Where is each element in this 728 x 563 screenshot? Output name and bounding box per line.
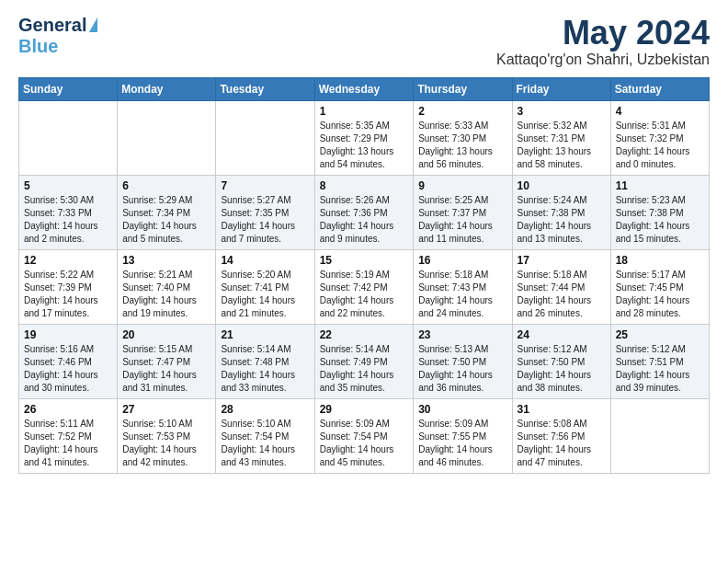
day-number: 17: [518, 254, 606, 267]
day-number: 2: [418, 105, 506, 118]
day-info: Sunrise: 5:14 AM Sunset: 7:49 PM Dayligh…: [320, 343, 409, 395]
calendar-header-thursday: Thursday: [414, 77, 512, 100]
day-info: Sunrise: 5:12 AM Sunset: 7:50 PM Dayligh…: [518, 343, 606, 395]
calendar-cell-1-4: 9Sunrise: 5:25 AM Sunset: 7:37 PM Daylig…: [414, 175, 512, 249]
calendar-cell-0-3: 1Sunrise: 5:35 AM Sunset: 7:29 PM Daylig…: [314, 100, 414, 175]
calendar-cell-1-3: 8Sunrise: 5:26 AM Sunset: 7:36 PM Daylig…: [314, 175, 414, 249]
day-info: Sunrise: 5:09 AM Sunset: 7:55 PM Dayligh…: [418, 418, 506, 469]
day-info: Sunrise: 5:29 AM Sunset: 7:34 PM Dayligh…: [122, 194, 210, 246]
day-number: 27: [122, 403, 210, 416]
calendar-week-4: 26Sunrise: 5:11 AM Sunset: 7:52 PM Dayli…: [19, 398, 710, 473]
title-block: May 2024 Kattaqo'rg'on Shahri, Uzbekista…: [496, 15, 710, 68]
day-info: Sunrise: 5:20 AM Sunset: 7:41 PM Dayligh…: [221, 269, 309, 320]
calendar-cell-0-2: [216, 100, 314, 175]
logo-blue: Blue: [18, 36, 58, 56]
day-info: Sunrise: 5:35 AM Sunset: 7:29 PM Dayligh…: [320, 120, 409, 171]
calendar-cell-2-3: 15Sunrise: 5:19 AM Sunset: 7:42 PM Dayli…: [314, 249, 414, 324]
calendar-header-row: SundayMondayTuesdayWednesdayThursdayFrid…: [19, 77, 710, 100]
calendar-cell-3-0: 19Sunrise: 5:16 AM Sunset: 7:46 PM Dayli…: [19, 324, 118, 398]
day-info: Sunrise: 5:18 AM Sunset: 7:43 PM Dayligh…: [418, 269, 506, 320]
calendar-cell-1-6: 11Sunrise: 5:23 AM Sunset: 7:38 PM Dayli…: [610, 175, 709, 249]
calendar-cell-3-5: 24Sunrise: 5:12 AM Sunset: 7:50 PM Dayli…: [512, 324, 610, 398]
logo-triangle-icon: [89, 17, 97, 32]
day-number: 20: [122, 328, 210, 341]
day-info: Sunrise: 5:31 AM Sunset: 7:32 PM Dayligh…: [616, 120, 704, 171]
day-info: Sunrise: 5:12 AM Sunset: 7:51 PM Dayligh…: [616, 343, 704, 395]
day-number: 29: [320, 403, 409, 416]
day-number: 8: [320, 179, 409, 192]
calendar-week-2: 12Sunrise: 5:22 AM Sunset: 7:39 PM Dayli…: [19, 249, 710, 324]
calendar-cell-0-5: 3Sunrise: 5:32 AM Sunset: 7:31 PM Daylig…: [512, 100, 610, 175]
day-number: 22: [320, 328, 409, 341]
calendar: SundayMondayTuesdayWednesdayThursdayFrid…: [18, 77, 710, 474]
day-info: Sunrise: 5:26 AM Sunset: 7:36 PM Dayligh…: [320, 194, 409, 246]
day-number: 30: [418, 403, 506, 416]
day-number: 5: [24, 179, 112, 192]
day-number: 24: [518, 328, 606, 341]
calendar-cell-2-0: 12Sunrise: 5:22 AM Sunset: 7:39 PM Dayli…: [19, 249, 118, 324]
day-info: Sunrise: 5:08 AM Sunset: 7:56 PM Dayligh…: [518, 418, 606, 469]
calendar-cell-2-5: 17Sunrise: 5:18 AM Sunset: 7:44 PM Dayli…: [512, 249, 610, 324]
day-info: Sunrise: 5:19 AM Sunset: 7:42 PM Dayligh…: [320, 269, 409, 320]
calendar-cell-4-4: 30Sunrise: 5:09 AM Sunset: 7:55 PM Dayli…: [414, 398, 512, 473]
day-number: 26: [24, 403, 112, 416]
day-number: 1: [320, 105, 409, 118]
calendar-cell-2-4: 16Sunrise: 5:18 AM Sunset: 7:43 PM Dayli…: [414, 249, 512, 324]
day-info: Sunrise: 5:32 AM Sunset: 7:31 PM Dayligh…: [518, 120, 606, 171]
calendar-cell-3-6: 25Sunrise: 5:12 AM Sunset: 7:51 PM Dayli…: [610, 324, 709, 398]
day-number: 21: [221, 328, 309, 341]
month-title: May 2024: [496, 15, 710, 52]
day-number: 7: [221, 179, 309, 192]
day-info: Sunrise: 5:13 AM Sunset: 7:50 PM Dayligh…: [418, 343, 506, 395]
day-info: Sunrise: 5:23 AM Sunset: 7:38 PM Dayligh…: [616, 194, 704, 246]
calendar-cell-2-2: 14Sunrise: 5:20 AM Sunset: 7:41 PM Dayli…: [216, 249, 314, 324]
calendar-cell-3-4: 23Sunrise: 5:13 AM Sunset: 7:50 PM Dayli…: [414, 324, 512, 398]
calendar-header-monday: Monday: [118, 77, 216, 100]
header: General Blue May 2024 Kattaqo'rg'on Shah…: [18, 15, 710, 68]
day-number: 9: [418, 179, 506, 192]
day-number: 28: [221, 403, 309, 416]
day-info: Sunrise: 5:16 AM Sunset: 7:46 PM Dayligh…: [24, 343, 112, 395]
calendar-cell-0-0: [19, 100, 118, 175]
day-info: Sunrise: 5:10 AM Sunset: 7:54 PM Dayligh…: [221, 418, 309, 469]
day-number: 4: [616, 105, 704, 118]
day-info: Sunrise: 5:14 AM Sunset: 7:48 PM Dayligh…: [221, 343, 309, 395]
page: General Blue May 2024 Kattaqo'rg'on Shah…: [0, 0, 728, 563]
day-info: Sunrise: 5:30 AM Sunset: 7:33 PM Dayligh…: [24, 194, 112, 246]
day-number: 3: [518, 105, 606, 118]
logo: General Blue: [18, 15, 97, 57]
calendar-cell-4-2: 28Sunrise: 5:10 AM Sunset: 7:54 PM Dayli…: [216, 398, 314, 473]
calendar-week-0: 1Sunrise: 5:35 AM Sunset: 7:29 PM Daylig…: [19, 100, 710, 175]
day-number: 23: [418, 328, 506, 341]
calendar-cell-1-5: 10Sunrise: 5:24 AM Sunset: 7:38 PM Dayli…: [512, 175, 610, 249]
calendar-cell-4-5: 31Sunrise: 5:08 AM Sunset: 7:56 PM Dayli…: [512, 398, 610, 473]
day-number: 16: [418, 254, 506, 267]
day-number: 18: [616, 254, 704, 267]
calendar-week-3: 19Sunrise: 5:16 AM Sunset: 7:46 PM Dayli…: [19, 324, 710, 398]
day-number: 12: [24, 254, 112, 267]
day-number: 15: [320, 254, 409, 267]
calendar-cell-0-4: 2Sunrise: 5:33 AM Sunset: 7:30 PM Daylig…: [414, 100, 512, 175]
calendar-cell-0-1: [118, 100, 216, 175]
calendar-week-1: 5Sunrise: 5:30 AM Sunset: 7:33 PM Daylig…: [19, 175, 710, 249]
calendar-header-saturday: Saturday: [610, 77, 709, 100]
day-number: 14: [221, 254, 309, 267]
calendar-header-tuesday: Tuesday: [216, 77, 314, 100]
day-info: Sunrise: 5:18 AM Sunset: 7:44 PM Dayligh…: [518, 269, 606, 320]
logo-general: General: [18, 15, 86, 36]
calendar-header-sunday: Sunday: [19, 77, 118, 100]
day-info: Sunrise: 5:10 AM Sunset: 7:53 PM Dayligh…: [122, 418, 210, 469]
day-info: Sunrise: 5:27 AM Sunset: 7:35 PM Dayligh…: [221, 194, 309, 246]
day-info: Sunrise: 5:11 AM Sunset: 7:52 PM Dayligh…: [24, 418, 112, 469]
calendar-cell-2-1: 13Sunrise: 5:21 AM Sunset: 7:40 PM Dayli…: [118, 249, 216, 324]
calendar-header-friday: Friday: [512, 77, 610, 100]
day-info: Sunrise: 5:25 AM Sunset: 7:37 PM Dayligh…: [418, 194, 506, 246]
calendar-cell-4-3: 29Sunrise: 5:09 AM Sunset: 7:54 PM Dayli…: [314, 398, 414, 473]
day-number: 19: [24, 328, 112, 341]
day-number: 11: [616, 179, 704, 192]
day-info: Sunrise: 5:33 AM Sunset: 7:30 PM Dayligh…: [418, 120, 506, 171]
calendar-cell-3-2: 21Sunrise: 5:14 AM Sunset: 7:48 PM Dayli…: [216, 324, 314, 398]
calendar-cell-3-1: 20Sunrise: 5:15 AM Sunset: 7:47 PM Dayli…: [118, 324, 216, 398]
calendar-cell-4-1: 27Sunrise: 5:10 AM Sunset: 7:53 PM Dayli…: [118, 398, 216, 473]
calendar-cell-0-6: 4Sunrise: 5:31 AM Sunset: 7:32 PM Daylig…: [610, 100, 709, 175]
